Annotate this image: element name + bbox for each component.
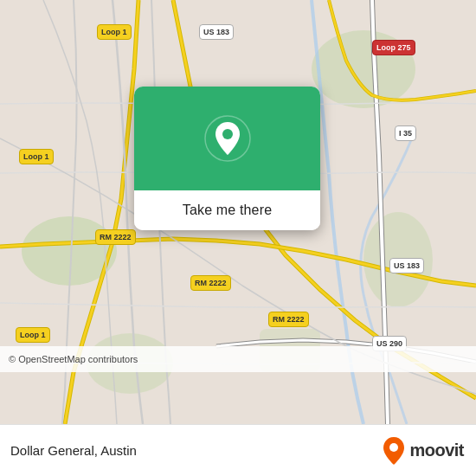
bottom-bar: Dollar General, Austin moovit [0, 424, 476, 476]
attribution-text: © OpenStreetMap contributors [9, 354, 138, 364]
attribution-bar: © OpenStreetMap contributors [0, 346, 476, 372]
moovit-pin-icon [382, 436, 406, 466]
road-badge-loop1-nw: Loop 1 [97, 24, 132, 40]
popup-card: Take me there [134, 87, 320, 230]
road-badge-us183-e: US 183 [389, 258, 424, 273]
road-badge-rm2222-e: RM 2222 [268, 312, 309, 327]
road-badge-i35: I 35 [395, 125, 416, 141]
svg-point-8 [389, 443, 398, 452]
location-pin-icon [204, 115, 251, 162]
moovit-logo: moovit [382, 436, 464, 466]
road-badge-us183-n: US 183 [199, 24, 234, 40]
take-me-there-button[interactable]: Take me there [134, 190, 320, 230]
road-badge-loop275: Loop 275 [372, 40, 415, 55]
map-container: Loop 1 Loop 1 Loop 1 US 183 US 183 RM 22… [0, 0, 476, 424]
location-name: Dollar General, Austin [10, 443, 137, 458]
svg-point-7 [222, 129, 233, 139]
road-badge-rm2222-w: RM 2222 [95, 229, 136, 245]
road-badge-rm2222-c: RM 2222 [190, 275, 231, 291]
road-badge-loop1-w: Loop 1 [19, 149, 54, 164]
moovit-text: moovit [409, 441, 464, 460]
popup-green-area [134, 87, 320, 190]
road-badge-loop1-sw: Loop 1 [16, 327, 50, 343]
